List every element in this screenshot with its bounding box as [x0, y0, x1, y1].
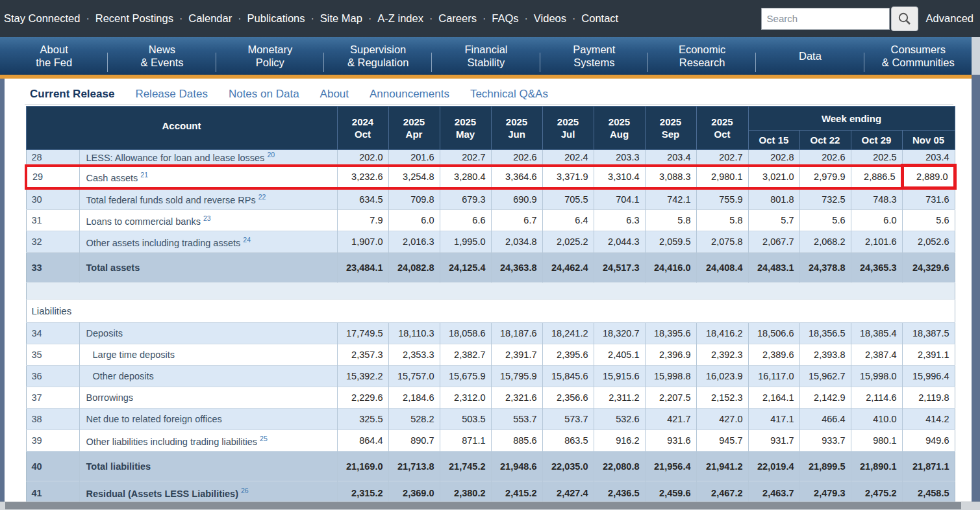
value-cell: 24,517.3 [594, 253, 645, 283]
period-column-header-2025-jul[interactable]: 2025Jul [542, 107, 594, 150]
value-cell: 427.0 [696, 409, 748, 430]
table-row-38: 38Net due to related foreign offices325.… [26, 409, 955, 430]
tab-current-release[interactable]: Current Release [30, 88, 114, 101]
value-cell: 3,088.3 [645, 166, 696, 188]
period-column-header-2025-oct[interactable]: 2025Oct [696, 107, 748, 150]
value-cell: 24,363.8 [491, 253, 542, 283]
row-number-cell: 30 [26, 188, 79, 210]
footnote-link-23[interactable]: 23 [203, 214, 211, 222]
value-cell: 949.6 [902, 430, 955, 452]
value-cell: 24,408.4 [696, 253, 748, 283]
value-cell: 890.7 [388, 430, 440, 452]
nav-item-payment-systems[interactable]: PaymentSystems [540, 37, 648, 75]
nav-item-label-line2: Research [679, 56, 725, 69]
period-column-header-2025-aug[interactable]: 2025Aug [594, 107, 645, 150]
vertical-scrollbar-thumb[interactable] [972, 75, 980, 510]
tab-announcements[interactable]: Announcements [370, 88, 449, 101]
topbar-link-videos[interactable]: Videos [534, 12, 566, 25]
table-row-36: 36Other deposits15,392.215,757.015,675.9… [26, 366, 955, 387]
footnote-link-26[interactable]: 26 [241, 487, 249, 494]
row-number-cell: 35 [26, 344, 79, 366]
value-cell: 421.7 [645, 409, 696, 430]
value-cell: 325.5 [337, 409, 388, 430]
link-separator: · [311, 13, 314, 25]
subnav-divider [25, 104, 953, 105]
page: Stay Connected·Recent Postings·Calendar·… [0, 0, 980, 510]
topbar-link-contact[interactable]: Contact [581, 12, 618, 25]
release-subnav: Current ReleaseRelease DatesNotes on Dat… [30, 83, 952, 105]
nav-item-supervision-regulation[interactable]: Supervision& Regulation [324, 37, 432, 75]
search-button[interactable] [891, 6, 918, 31]
value-cell: 2,357.3 [337, 344, 388, 366]
value-cell: 2,052.6 [902, 231, 955, 253]
period-column-header-2025-apr[interactable]: 2025Apr [388, 107, 440, 150]
tab-notes-on-data[interactable]: Notes on Data [229, 88, 299, 101]
value-cell: 15,845.6 [542, 366, 594, 387]
tab-release-dates[interactable]: Release Dates [135, 88, 208, 101]
nav-item-financial-stability[interactable]: FinancialStability [432, 37, 540, 75]
topbar-link-calendar[interactable]: Calendar [188, 12, 232, 25]
value-cell: 2,229.6 [337, 387, 388, 409]
period-column-header-2025-jun[interactable]: 2025Jun [491, 107, 542, 150]
footnote-link-25[interactable]: 25 [260, 435, 268, 442]
value-cell: 202.5 [851, 150, 902, 166]
value-cell: 16,023.9 [696, 366, 748, 387]
value-cell: 21,713.8 [388, 452, 440, 481]
period-column-header-2024-oct[interactable]: 2024Oct [337, 107, 388, 150]
nav-item-label-line1: Data [799, 49, 822, 62]
advanced-search-link[interactable]: Advanced [926, 12, 974, 25]
nav-item-monetary-policy[interactable]: MonetaryPolicy [216, 37, 324, 75]
topbar-link-stay-connected[interactable]: Stay Connected [4, 12, 80, 25]
account-cell-borrowings: Borrowings [79, 387, 337, 409]
nav-item-news-events[interactable]: News& Events [108, 37, 216, 75]
topbar-link-faqs[interactable]: FAQs [492, 12, 518, 25]
row-number-cell: 34 [26, 323, 79, 344]
value-cell: 202.6 [491, 150, 542, 166]
value-cell: 553.7 [491, 409, 542, 430]
topbar-link-publications[interactable]: Publications [247, 12, 305, 25]
value-cell: 2,164.1 [748, 387, 799, 409]
nav-item-economic-research[interactable]: EconomicResearch [648, 37, 756, 75]
nav-item-data[interactable]: Data [756, 37, 864, 75]
tab-technical-q-as[interactable]: Technical Q&As [470, 88, 548, 101]
nav-item-label-line1: Financial [464, 43, 507, 56]
topbar-link-recent-postings[interactable]: Recent Postings [95, 12, 173, 25]
period-column-header-2025-may[interactable]: 2025May [440, 107, 491, 150]
search-input[interactable] [761, 8, 890, 30]
account-cell-less-allowance-for-loan-and-lease-losses: LESS: Allowance for loan and lease losse… [79, 150, 337, 166]
tab-about[interactable]: About [320, 88, 349, 101]
week-column-header-nov-05[interactable]: Nov 05 [902, 131, 955, 150]
horizontal-scrollbar-thumb[interactable] [5, 502, 961, 509]
week-column-header-oct-22[interactable]: Oct 22 [799, 131, 851, 150]
period-year: 2024 [338, 116, 388, 128]
topbar-link-a-z-index[interactable]: A-Z index [377, 12, 423, 25]
horizontal-scrollbar-track[interactable] [0, 502, 980, 510]
value-cell: 2,396.9 [645, 344, 696, 366]
week-column-header-oct-15[interactable]: Oct 15 [748, 131, 799, 150]
topbar-link-careers[interactable]: Careers [438, 12, 477, 25]
nav-item-consumers-communities[interactable]: Consumers& Communities [864, 37, 972, 75]
value-cell: 871.1 [440, 430, 491, 452]
value-cell: 532.6 [594, 409, 645, 430]
vertical-scrollbar-track[interactable] [972, 37, 980, 510]
value-cell: 679.3 [440, 188, 491, 210]
value-cell: 945.7 [696, 430, 748, 452]
value-cell: 15,915.6 [594, 366, 645, 387]
week-column-header-oct-29[interactable]: Oct 29 [851, 131, 902, 150]
topbar-link-site-map[interactable]: Site Map [320, 12, 362, 25]
footnote-link-24[interactable]: 24 [243, 236, 251, 244]
value-cell: 18,320.7 [594, 323, 645, 344]
nav-item-about-the-fed[interactable]: Aboutthe Fed [0, 37, 108, 75]
footnote-link-22[interactable]: 22 [258, 193, 266, 201]
value-cell: 980.1 [851, 430, 902, 452]
value-cell: 6.0 [388, 210, 440, 231]
value-cell: 2,980.1 [696, 166, 748, 188]
account-cell-net-due-to-related-foreign-offices: Net due to related foreign offices [79, 409, 337, 430]
period-column-header-2025-sep[interactable]: 2025Sep [645, 107, 696, 150]
value-cell: 15,998.8 [645, 366, 696, 387]
table-row-39: 39Other liabilities including trading li… [26, 430, 955, 452]
footnote-link-21[interactable]: 21 [140, 171, 148, 179]
value-cell: 2,886.5 [851, 166, 902, 188]
footnote-link-20[interactable]: 20 [267, 151, 275, 159]
value-cell: 801.8 [748, 188, 799, 210]
